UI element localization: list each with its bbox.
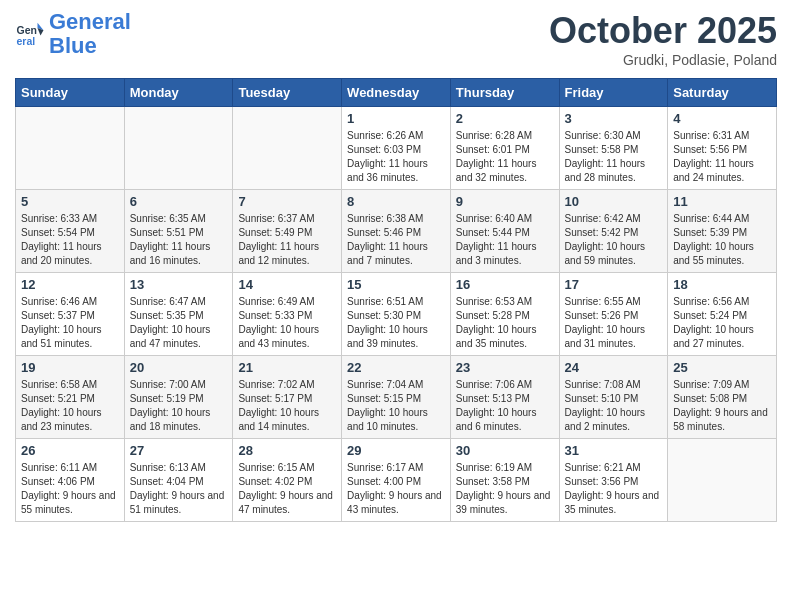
- day-number: 19: [21, 360, 119, 375]
- calendar-header: SundayMondayTuesdayWednesdayThursdayFrid…: [16, 79, 777, 107]
- day-detail: Sunrise: 7:06 AM Sunset: 5:13 PM Dayligh…: [456, 378, 554, 434]
- day-cell: 12Sunrise: 6:46 AM Sunset: 5:37 PM Dayli…: [16, 273, 125, 356]
- day-detail: Sunrise: 6:35 AM Sunset: 5:51 PM Dayligh…: [130, 212, 228, 268]
- day-number: 11: [673, 194, 771, 209]
- month-title: October 2025: [549, 10, 777, 52]
- header-saturday: Saturday: [668, 79, 777, 107]
- header-friday: Friday: [559, 79, 668, 107]
- header-monday: Monday: [124, 79, 233, 107]
- header-row: SundayMondayTuesdayWednesdayThursdayFrid…: [16, 79, 777, 107]
- day-cell: [668, 439, 777, 522]
- day-cell: 14Sunrise: 6:49 AM Sunset: 5:33 PM Dayli…: [233, 273, 342, 356]
- day-number: 8: [347, 194, 445, 209]
- day-detail: Sunrise: 6:26 AM Sunset: 6:03 PM Dayligh…: [347, 129, 445, 185]
- week-row-0: 1Sunrise: 6:26 AM Sunset: 6:03 PM Daylig…: [16, 107, 777, 190]
- logo: Gen eral General Blue: [15, 10, 131, 58]
- day-cell: 29Sunrise: 6:17 AM Sunset: 4:00 PM Dayli…: [342, 439, 451, 522]
- day-cell: 31Sunrise: 6:21 AM Sunset: 3:56 PM Dayli…: [559, 439, 668, 522]
- day-number: 26: [21, 443, 119, 458]
- day-number: 3: [565, 111, 663, 126]
- day-number: 10: [565, 194, 663, 209]
- day-number: 1: [347, 111, 445, 126]
- day-number: 20: [130, 360, 228, 375]
- day-number: 31: [565, 443, 663, 458]
- day-detail: Sunrise: 6:46 AM Sunset: 5:37 PM Dayligh…: [21, 295, 119, 351]
- logo-line2: Blue: [49, 33, 97, 58]
- day-detail: Sunrise: 6:40 AM Sunset: 5:44 PM Dayligh…: [456, 212, 554, 268]
- day-number: 6: [130, 194, 228, 209]
- day-cell: 16Sunrise: 6:53 AM Sunset: 5:28 PM Dayli…: [450, 273, 559, 356]
- day-number: 30: [456, 443, 554, 458]
- day-number: 13: [130, 277, 228, 292]
- day-cell: 22Sunrise: 7:04 AM Sunset: 5:15 PM Dayli…: [342, 356, 451, 439]
- day-detail: Sunrise: 6:21 AM Sunset: 3:56 PM Dayligh…: [565, 461, 663, 517]
- week-row-3: 19Sunrise: 6:58 AM Sunset: 5:21 PM Dayli…: [16, 356, 777, 439]
- day-detail: Sunrise: 7:08 AM Sunset: 5:10 PM Dayligh…: [565, 378, 663, 434]
- day-number: 7: [238, 194, 336, 209]
- day-cell: 30Sunrise: 6:19 AM Sunset: 3:58 PM Dayli…: [450, 439, 559, 522]
- day-number: 2: [456, 111, 554, 126]
- day-cell: 15Sunrise: 6:51 AM Sunset: 5:30 PM Dayli…: [342, 273, 451, 356]
- day-detail: Sunrise: 6:11 AM Sunset: 4:06 PM Dayligh…: [21, 461, 119, 517]
- day-detail: Sunrise: 6:51 AM Sunset: 5:30 PM Dayligh…: [347, 295, 445, 351]
- day-cell: 25Sunrise: 7:09 AM Sunset: 5:08 PM Dayli…: [668, 356, 777, 439]
- day-detail: Sunrise: 6:42 AM Sunset: 5:42 PM Dayligh…: [565, 212, 663, 268]
- day-number: 9: [456, 194, 554, 209]
- day-number: 27: [130, 443, 228, 458]
- title-block: October 2025 Grudki, Podlasie, Poland: [549, 10, 777, 68]
- day-detail: Sunrise: 6:38 AM Sunset: 5:46 PM Dayligh…: [347, 212, 445, 268]
- day-detail: Sunrise: 7:00 AM Sunset: 5:19 PM Dayligh…: [130, 378, 228, 434]
- logo-line1: General: [49, 9, 131, 34]
- day-number: 21: [238, 360, 336, 375]
- day-cell: 21Sunrise: 7:02 AM Sunset: 5:17 PM Dayli…: [233, 356, 342, 439]
- day-number: 29: [347, 443, 445, 458]
- day-cell: 18Sunrise: 6:56 AM Sunset: 5:24 PM Dayli…: [668, 273, 777, 356]
- day-cell: [16, 107, 125, 190]
- day-number: 18: [673, 277, 771, 292]
- day-cell: 3Sunrise: 6:30 AM Sunset: 5:58 PM Daylig…: [559, 107, 668, 190]
- day-cell: 23Sunrise: 7:06 AM Sunset: 5:13 PM Dayli…: [450, 356, 559, 439]
- day-cell: 20Sunrise: 7:00 AM Sunset: 5:19 PM Dayli…: [124, 356, 233, 439]
- day-cell: 2Sunrise: 6:28 AM Sunset: 6:01 PM Daylig…: [450, 107, 559, 190]
- day-cell: 10Sunrise: 6:42 AM Sunset: 5:42 PM Dayli…: [559, 190, 668, 273]
- day-detail: Sunrise: 6:58 AM Sunset: 5:21 PM Dayligh…: [21, 378, 119, 434]
- day-detail: Sunrise: 6:13 AM Sunset: 4:04 PM Dayligh…: [130, 461, 228, 517]
- day-cell: 8Sunrise: 6:38 AM Sunset: 5:46 PM Daylig…: [342, 190, 451, 273]
- day-cell: [233, 107, 342, 190]
- day-detail: Sunrise: 7:02 AM Sunset: 5:17 PM Dayligh…: [238, 378, 336, 434]
- day-cell: 4Sunrise: 6:31 AM Sunset: 5:56 PM Daylig…: [668, 107, 777, 190]
- week-row-2: 12Sunrise: 6:46 AM Sunset: 5:37 PM Dayli…: [16, 273, 777, 356]
- day-cell: [124, 107, 233, 190]
- header-tuesday: Tuesday: [233, 79, 342, 107]
- day-detail: Sunrise: 6:55 AM Sunset: 5:26 PM Dayligh…: [565, 295, 663, 351]
- header-thursday: Thursday: [450, 79, 559, 107]
- day-number: 14: [238, 277, 336, 292]
- logo-icon: Gen eral: [15, 19, 45, 49]
- logo-text: General Blue: [49, 10, 131, 58]
- day-cell: 9Sunrise: 6:40 AM Sunset: 5:44 PM Daylig…: [450, 190, 559, 273]
- day-cell: 28Sunrise: 6:15 AM Sunset: 4:02 PM Dayli…: [233, 439, 342, 522]
- calendar-table: SundayMondayTuesdayWednesdayThursdayFrid…: [15, 78, 777, 522]
- day-number: 15: [347, 277, 445, 292]
- day-detail: Sunrise: 6:30 AM Sunset: 5:58 PM Dayligh…: [565, 129, 663, 185]
- svg-text:eral: eral: [17, 35, 36, 47]
- day-number: 28: [238, 443, 336, 458]
- day-number: 25: [673, 360, 771, 375]
- day-number: 16: [456, 277, 554, 292]
- day-detail: Sunrise: 6:17 AM Sunset: 4:00 PM Dayligh…: [347, 461, 445, 517]
- day-number: 22: [347, 360, 445, 375]
- week-row-4: 26Sunrise: 6:11 AM Sunset: 4:06 PM Dayli…: [16, 439, 777, 522]
- day-detail: Sunrise: 6:56 AM Sunset: 5:24 PM Dayligh…: [673, 295, 771, 351]
- page-header: Gen eral General Blue October 2025 Grudk…: [15, 10, 777, 68]
- day-cell: 1Sunrise: 6:26 AM Sunset: 6:03 PM Daylig…: [342, 107, 451, 190]
- day-number: 5: [21, 194, 119, 209]
- day-cell: 11Sunrise: 6:44 AM Sunset: 5:39 PM Dayli…: [668, 190, 777, 273]
- day-detail: Sunrise: 7:04 AM Sunset: 5:15 PM Dayligh…: [347, 378, 445, 434]
- day-number: 17: [565, 277, 663, 292]
- day-detail: Sunrise: 7:09 AM Sunset: 5:08 PM Dayligh…: [673, 378, 771, 434]
- day-detail: Sunrise: 6:15 AM Sunset: 4:02 PM Dayligh…: [238, 461, 336, 517]
- day-cell: 19Sunrise: 6:58 AM Sunset: 5:21 PM Dayli…: [16, 356, 125, 439]
- day-detail: Sunrise: 6:31 AM Sunset: 5:56 PM Dayligh…: [673, 129, 771, 185]
- header-wednesday: Wednesday: [342, 79, 451, 107]
- day-cell: 6Sunrise: 6:35 AM Sunset: 5:51 PM Daylig…: [124, 190, 233, 273]
